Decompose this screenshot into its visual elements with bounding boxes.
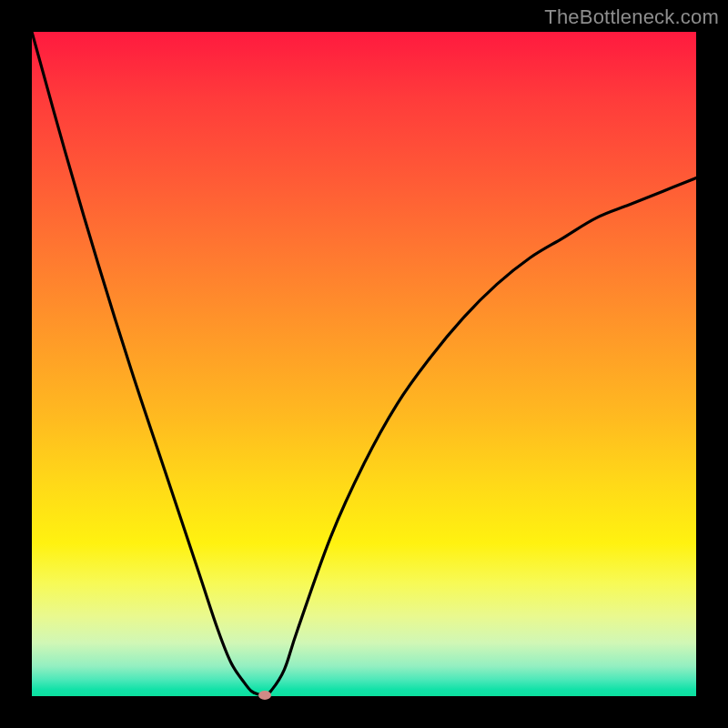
optimal-point-marker [258,691,271,700]
curve-svg [32,32,696,696]
chart-frame: TheBottleneck.com [0,0,728,728]
watermark-text: TheBottleneck.com [544,5,719,29]
bottleneck-curve [32,32,696,695]
plot-area [32,32,696,696]
